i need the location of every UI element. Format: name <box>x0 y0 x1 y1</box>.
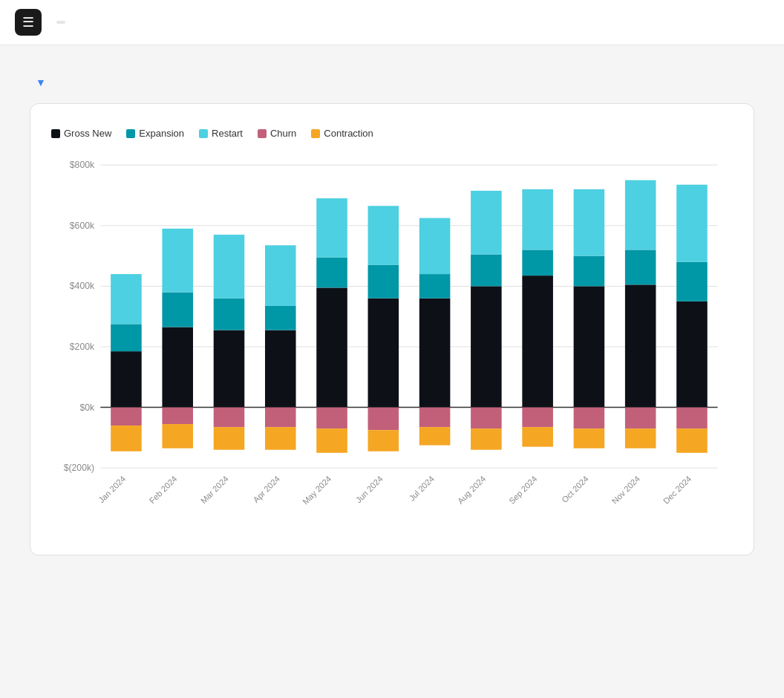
page-content: ▼ Gross NewExpansionRestartChurnContract… <box>0 45 784 578</box>
svg-text:$(200k): $(200k) <box>64 463 94 473</box>
svg-rect-44 <box>368 206 399 265</box>
svg-rect-64 <box>522 427 553 447</box>
svg-rect-19 <box>162 293 193 327</box>
svg-rect-12 <box>111 351 142 407</box>
svg-rect-78 <box>676 301 708 408</box>
svg-rect-75 <box>625 408 656 429</box>
legend-item: Expansion <box>126 128 184 139</box>
svg-rect-49 <box>419 274 451 299</box>
svg-text:Sep 2024: Sep 2024 <box>507 474 538 505</box>
svg-rect-20 <box>162 229 193 293</box>
legend-item: Contraction <box>311 128 373 139</box>
svg-text:$800k: $800k <box>70 160 95 170</box>
svg-rect-14 <box>111 274 142 324</box>
svg-text:$200k: $200k <box>70 342 95 352</box>
svg-rect-36 <box>316 287 347 407</box>
svg-rect-76 <box>625 428 656 449</box>
svg-rect-25 <box>214 299 245 330</box>
svg-rect-80 <box>676 185 708 262</box>
dropdown-arrow-icon[interactable]: ▼ <box>36 76 46 88</box>
svg-rect-33 <box>265 408 296 428</box>
svg-rect-82 <box>676 428 708 453</box>
svg-rect-73 <box>625 249 656 284</box>
svg-rect-66 <box>574 286 605 407</box>
svg-text:Mar 2024: Mar 2024 <box>199 474 230 505</box>
svg-rect-34 <box>265 427 296 450</box>
svg-rect-38 <box>316 198 347 258</box>
svg-rect-45 <box>368 408 399 431</box>
svg-rect-69 <box>574 408 605 429</box>
chart-area: $800k$600k$400k$200k$0k$(200k)Jan 2024Fe… <box>51 154 733 540</box>
svg-rect-79 <box>676 262 708 301</box>
svg-rect-30 <box>265 330 296 408</box>
svg-text:$400k: $400k <box>70 281 95 291</box>
svg-rect-60 <box>522 275 553 407</box>
svg-rect-67 <box>574 256 605 287</box>
legend-item: Gross New <box>51 128 111 139</box>
svg-text:Feb 2024: Feb 2024 <box>148 474 179 505</box>
svg-text:Jan 2024: Jan 2024 <box>97 474 127 504</box>
svg-rect-18 <box>162 327 193 407</box>
svg-rect-13 <box>111 324 142 351</box>
svg-rect-16 <box>111 425 142 451</box>
legend-item: Churn <box>258 128 296 139</box>
svg-rect-21 <box>162 408 193 424</box>
svg-rect-55 <box>471 255 502 287</box>
svg-rect-54 <box>471 286 502 407</box>
svg-text:Dec 2024: Dec 2024 <box>662 474 693 505</box>
svg-rect-46 <box>368 430 399 451</box>
svg-text:Apr 2024: Apr 2024 <box>252 474 282 504</box>
svg-rect-52 <box>419 427 451 445</box>
svg-text:Oct 2024: Oct 2024 <box>560 474 590 504</box>
app-badge <box>56 21 65 24</box>
svg-text:Jun 2024: Jun 2024 <box>354 474 385 504</box>
chart-legend: Gross NewExpansionRestartChurnContractio… <box>51 128 733 139</box>
svg-rect-81 <box>676 408 708 429</box>
app-icon: ☰ <box>15 9 42 36</box>
svg-rect-72 <box>625 284 656 407</box>
svg-rect-40 <box>316 428 347 453</box>
svg-rect-24 <box>214 330 245 408</box>
chart-card: Gross NewExpansionRestartChurnContractio… <box>30 103 754 555</box>
svg-text:May 2024: May 2024 <box>301 474 333 506</box>
svg-rect-28 <box>214 427 245 450</box>
legend-item: Restart <box>199 128 243 139</box>
svg-text:Nov 2024: Nov 2024 <box>610 474 641 505</box>
svg-rect-70 <box>574 428 605 449</box>
topbar: ☰ <box>0 0 784 45</box>
svg-rect-51 <box>419 408 451 428</box>
svg-rect-37 <box>316 258 347 288</box>
svg-rect-27 <box>214 408 245 428</box>
svg-rect-57 <box>471 408 502 429</box>
svg-rect-26 <box>214 235 245 299</box>
svg-rect-56 <box>471 191 502 255</box>
svg-rect-63 <box>522 408 553 428</box>
svg-rect-22 <box>162 424 193 449</box>
svg-rect-42 <box>368 299 399 408</box>
svg-rect-15 <box>111 408 142 425</box>
svg-rect-68 <box>574 189 605 256</box>
svg-rect-43 <box>368 265 399 299</box>
svg-rect-48 <box>419 299 451 408</box>
svg-rect-31 <box>265 306 296 330</box>
svg-rect-74 <box>625 180 656 250</box>
svg-text:$0k: $0k <box>79 402 95 413</box>
svg-text:Aug 2024: Aug 2024 <box>456 474 487 505</box>
svg-rect-32 <box>265 245 296 306</box>
svg-rect-62 <box>522 189 553 250</box>
svg-rect-58 <box>471 428 502 450</box>
svg-rect-61 <box>522 249 553 275</box>
svg-rect-39 <box>316 408 347 429</box>
svg-rect-50 <box>419 218 451 274</box>
source-row: ▼ <box>30 76 754 88</box>
svg-text:Jul 2024: Jul 2024 <box>408 474 436 502</box>
svg-text:$600k: $600k <box>70 221 95 231</box>
